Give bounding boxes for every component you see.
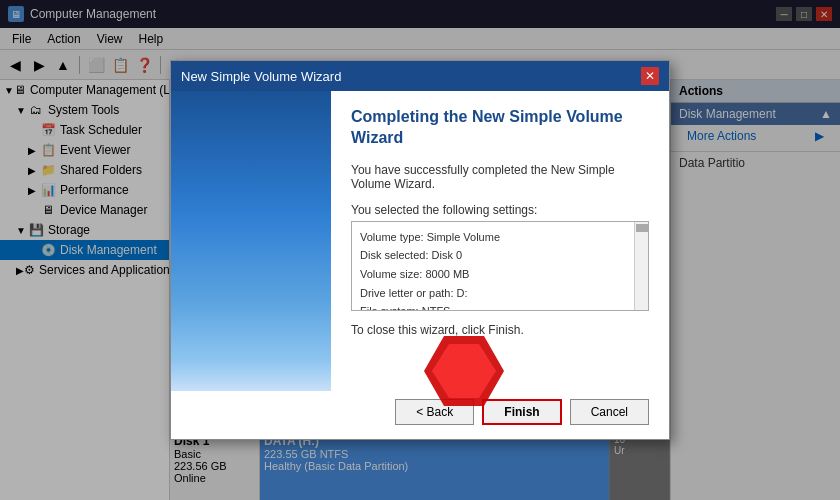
cancel-dialog-button[interactable]: Cancel (570, 399, 649, 425)
dialog-overlay: New Simple Volume Wizard ✕ Completing th… (0, 0, 840, 500)
dialog-close-button[interactable]: ✕ (641, 67, 659, 85)
dialog-close-instruction: To close this wizard, click Finish. (351, 323, 649, 337)
setting-volume-size: Volume size: 8000 MB (360, 265, 640, 284)
dialog-footer: < Back Finish Cancel (171, 391, 669, 439)
dialog-settings-label: You selected the following settings: (351, 203, 649, 217)
dialog-title: New Simple Volume Wizard (181, 69, 341, 84)
setting-drive-letter: Drive letter or path: D: (360, 284, 640, 303)
dialog-intro: You have successfully completed the New … (351, 163, 649, 191)
finish-button[interactable]: Finish (482, 399, 561, 425)
settings-scrollbar[interactable] (634, 222, 648, 310)
dialog-heading: Completing the New Simple Volume Wizard (351, 107, 649, 149)
back-dialog-button[interactable]: < Back (395, 399, 474, 425)
dialog-titlebar: New Simple Volume Wizard ✕ (171, 61, 669, 91)
dialog-content: Completing the New Simple Volume Wizard … (331, 91, 669, 391)
dialog-graphic (171, 91, 331, 391)
dialog-body: Completing the New Simple Volume Wizard … (171, 91, 669, 391)
setting-disk: Disk selected: Disk 0 (360, 246, 640, 265)
setting-volume-type: Volume type: Simple Volume (360, 228, 640, 247)
dialog-settings-box: Volume type: Simple Volume Disk selected… (351, 221, 649, 311)
dialog-buttons: < Back Finish Cancel (171, 391, 669, 439)
scrollbar-thumb[interactable] (636, 224, 648, 232)
setting-filesystem: File system: NTFS (360, 302, 640, 310)
wizard-dialog: New Simple Volume Wizard ✕ Completing th… (170, 60, 670, 440)
